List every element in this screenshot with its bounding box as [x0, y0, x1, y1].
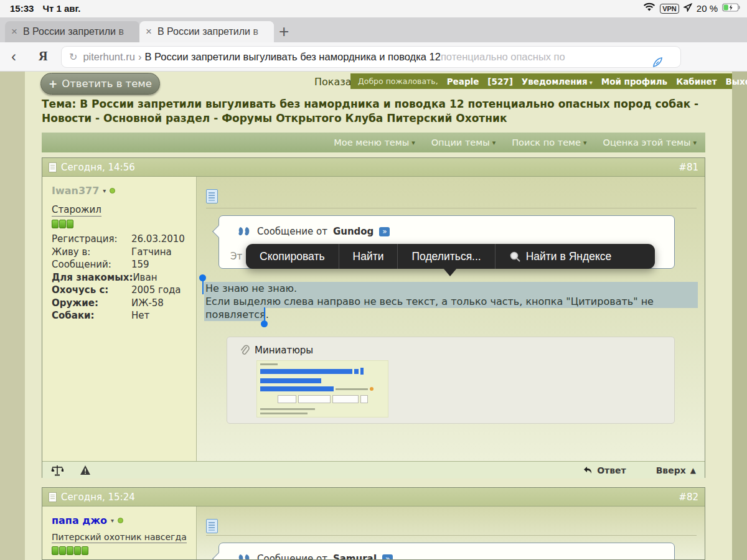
- tab-bar: × В России запретили в × В России запрет…: [0, 17, 747, 42]
- post-82-number[interactable]: #82: [679, 492, 698, 503]
- post-81-content: Сообщение от Gundog » Эт Не знаю не знаю…: [197, 177, 705, 461]
- reply-arrow-icon: [582, 465, 593, 475]
- yandex-search-menu-item[interactable]: Найти в Яндексе: [496, 244, 626, 269]
- username-link[interactable]: папа джо ▾: [52, 515, 187, 526]
- user-field-nickname: Для знакомых:Иван: [52, 273, 187, 282]
- cabinet-link[interactable]: Кабинет: [676, 77, 716, 86]
- turbo-rocket-icon[interactable]: [652, 56, 664, 68]
- post-mode-icon: [206, 519, 218, 533]
- welcome-bar: Добро пожаловать, Peaple [527] Уведомлен…: [350, 73, 732, 89]
- tab-1-title: В России запретили в: [23, 26, 124, 37]
- goto-quoted-post-button[interactable]: »: [379, 227, 390, 236]
- username-link[interactable]: Iwan377 ▾: [52, 185, 187, 197]
- reputation-bars: [52, 546, 187, 555]
- quote-author[interactable]: Gundog: [333, 226, 374, 237]
- user-field-dogs: Собаки:Нет: [52, 311, 187, 320]
- tab-1-fade: [116, 21, 139, 42]
- caret-down-icon[interactable]: ▾: [111, 517, 114, 524]
- menu-callout-arrow: [443, 268, 457, 276]
- welcome-counter[interactable]: [527]: [487, 77, 513, 86]
- reply-link[interactable]: Ответ: [582, 465, 626, 475]
- new-tab-button[interactable]: +: [279, 24, 289, 40]
- thread-menu-rate[interactable]: Оценка этой темы▾: [603, 138, 697, 147]
- user-status-title: Питерский охотник навсегда: [52, 532, 187, 543]
- attachment-thumbnail[interactable]: [256, 360, 388, 418]
- reload-icon[interactable]: ↻: [69, 51, 77, 63]
- thread-menu-search[interactable]: Поиск по теме▾: [512, 138, 586, 147]
- selected-text-line-1[interactable]: Не знаю не знаю.: [204, 282, 698, 295]
- find-menu-item[interactable]: Найти: [339, 244, 398, 269]
- url-path: В России запретили выгуливать без наморд…: [144, 51, 441, 63]
- attachments-title: Миниатюры: [255, 345, 313, 356]
- post-date-icon: [49, 492, 57, 502]
- thread-menu-bar: Мое меню темы▾ Опции темы▾ Поиск по теме…: [42, 133, 705, 152]
- post-81-user-panel: Iwan377 ▾ Старожил Регистрация:26.03.201…: [42, 177, 197, 461]
- tab-1[interactable]: × В России запретили в: [5, 21, 139, 42]
- reply-to-thread-label: Ответить в теме: [62, 78, 152, 90]
- post-82: Сегодня, 15:24 #82 папа джо ▾ Питерский …: [42, 487, 705, 560]
- online-status-icon: [118, 518, 123, 523]
- address-bar: ‹ Я ↻ piterhunt.ru › В России запретили …: [0, 42, 747, 72]
- selection-start-caret[interactable]: [202, 281, 204, 294]
- caret-down-icon[interactable]: ▾: [103, 187, 106, 194]
- wifi-icon: [643, 2, 655, 14]
- status-bar: 15:33 Чт 1 авг. VPN 20 %: [0, 0, 747, 17]
- thread-menu-my-menu[interactable]: Мое меню темы▾: [334, 138, 415, 147]
- post-82-header: Сегодня, 15:24 #82: [42, 488, 705, 506]
- tab-2-fade: [250, 21, 274, 42]
- post-81-date: Сегодня, 14:56: [61, 162, 135, 173]
- up-triangle-icon: ▲: [690, 466, 696, 475]
- location-arrow-icon: [684, 3, 692, 14]
- url-path-faded: потенциально опасных по: [441, 51, 565, 63]
- user-field-messages: Сообщений:159: [52, 260, 187, 269]
- my-profile-link[interactable]: Мой профиль: [601, 77, 667, 86]
- caret-down-icon: ▾: [411, 139, 415, 147]
- thread-menu-options[interactable]: Опции темы▾: [431, 138, 496, 147]
- quote-icon: [238, 226, 251, 236]
- reputation-bars: [52, 220, 187, 228]
- post-mode-icon: [206, 189, 218, 203]
- user-status-title: Старожил: [52, 204, 101, 217]
- tab-2[interactable]: × В России запретили в: [139, 21, 274, 42]
- post-82-date: Сегодня, 15:24: [61, 492, 135, 503]
- page-right-margin: [732, 72, 747, 560]
- notifications-link[interactable]: Уведомления▾: [522, 77, 593, 86]
- share-menu-item[interactable]: Поделиться...: [398, 244, 494, 269]
- reply-to-thread-button[interactable]: + Ответить в теме: [40, 73, 160, 95]
- quote-partial-text: Эт: [230, 251, 242, 262]
- selection-end-handle[interactable]: [261, 320, 268, 327]
- post-81-number[interactable]: #81: [679, 162, 698, 173]
- scroll-to-top-link[interactable]: Вверх ▲: [656, 465, 696, 475]
- tab-1-close-icon[interactable]: ×: [11, 26, 17, 38]
- post-date-icon: [49, 162, 57, 172]
- battery-icon: [722, 3, 741, 14]
- url-separator: ›: [138, 51, 142, 63]
- status-date: Чт 1 авг.: [42, 3, 80, 14]
- caret-down-icon: ▾: [590, 79, 593, 86]
- tab-2-title: В России запретили в: [157, 26, 258, 37]
- welcome-greeting: Добро пожаловать,: [358, 77, 438, 86]
- quote-author[interactable]: SamuraI: [333, 553, 377, 560]
- selected-text-line-3[interactable]: появляется.: [204, 308, 266, 321]
- caret-down-icon: ▾: [693, 139, 697, 147]
- goto-quoted-post-button[interactable]: »: [382, 554, 393, 560]
- tab-2-close-icon[interactable]: ×: [146, 26, 152, 38]
- vpn-badge: VPN: [660, 4, 679, 14]
- copy-menu-item[interactable]: Скопировать: [246, 244, 339, 269]
- logout-link[interactable]: Выход: [725, 77, 747, 86]
- selection-end-caret[interactable]: [264, 307, 265, 320]
- yandex-logo[interactable]: Я: [39, 49, 47, 63]
- scales-icon[interactable]: [51, 464, 63, 477]
- topic-title: Тема: В России запретили выгуливать без …: [42, 97, 709, 126]
- selected-text-line-2[interactable]: Если выделяю слева направо не весь текст…: [204, 295, 698, 308]
- url-domain: piterhunt.ru: [83, 51, 134, 63]
- post-81-header: Сегодня, 14:56 #81: [42, 158, 705, 177]
- welcome-username[interactable]: Peaple: [447, 77, 479, 86]
- report-icon[interactable]: [80, 465, 91, 475]
- quote-box-samurai: Сообщение от SamuraI »: [218, 543, 675, 560]
- quote-prefix: Сообщение от: [257, 553, 327, 560]
- url-field[interactable]: ↻ piterhunt.ru › В России запретили выгу…: [61, 46, 681, 68]
- back-button[interactable]: ‹: [11, 48, 16, 65]
- show-link-truncated[interactable]: Показа: [314, 76, 352, 88]
- status-time: 15:33: [10, 3, 34, 14]
